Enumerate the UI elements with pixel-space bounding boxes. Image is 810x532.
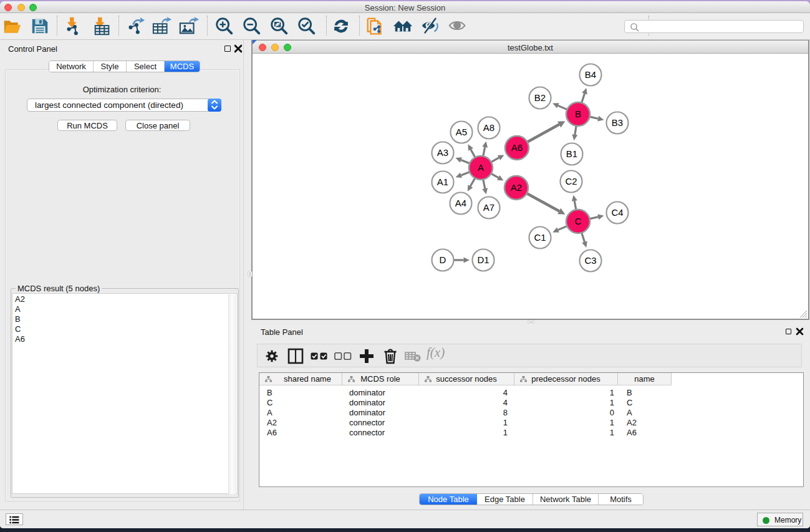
svg-text:B4: B4 bbox=[585, 69, 596, 80]
svg-text:C4: C4 bbox=[611, 207, 623, 218]
svg-text:A5: A5 bbox=[456, 127, 467, 137]
svg-text:A: A bbox=[478, 162, 484, 173]
svg-text:C: C bbox=[575, 216, 582, 226]
svg-text:D: D bbox=[440, 254, 446, 265]
svg-text:C1: C1 bbox=[534, 232, 546, 243]
svg-text:B2: B2 bbox=[534, 92, 546, 103]
svg-text:B1: B1 bbox=[566, 148, 577, 159]
svg-text:A6: A6 bbox=[511, 142, 523, 153]
svg-text:B3: B3 bbox=[612, 117, 623, 128]
svg-text:A3: A3 bbox=[437, 147, 448, 158]
svg-text:B: B bbox=[575, 109, 581, 119]
svg-text:C2: C2 bbox=[565, 176, 577, 186]
svg-text:D1: D1 bbox=[477, 254, 489, 265]
svg-text:A4: A4 bbox=[455, 198, 466, 208]
svg-text:A2: A2 bbox=[511, 182, 522, 193]
svg-text:A7: A7 bbox=[483, 202, 494, 213]
svg-text:C3: C3 bbox=[584, 255, 596, 266]
svg-text:A8: A8 bbox=[483, 122, 494, 133]
svg-text:A1: A1 bbox=[437, 177, 448, 187]
